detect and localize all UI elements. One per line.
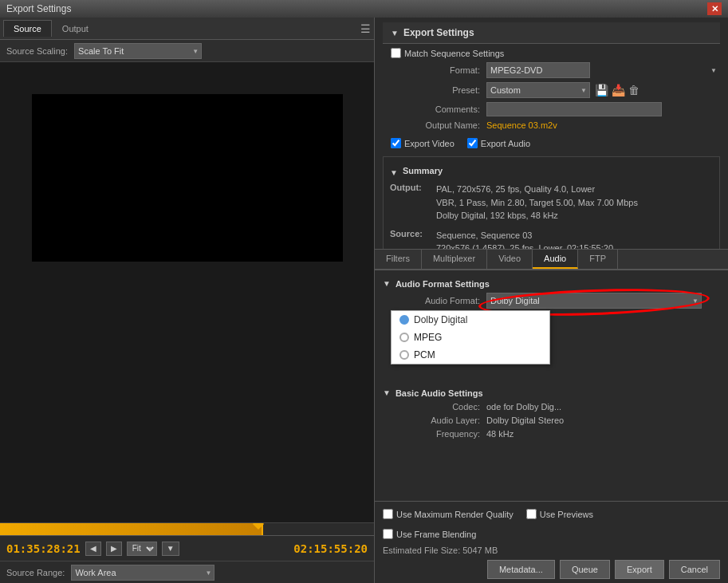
summary-source-label: Source: xyxy=(390,229,434,238)
export-audio-row: Export Audio xyxy=(467,138,530,148)
format-row: Format: MPEG2-DVD xyxy=(383,62,720,78)
timecode-start: 01:35:28:21 xyxy=(6,542,81,555)
close-button[interactable]: ✕ xyxy=(707,2,722,15)
bottom-checkboxes: Use Maximum Render Quality Use Previews xyxy=(383,506,720,522)
frequency-row: Frequency: 48 kHz xyxy=(383,429,720,439)
format-label: Format: xyxy=(383,65,486,75)
summary-triangle[interactable]: ▼ xyxy=(390,168,398,177)
cancel-button[interactable]: Cancel xyxy=(669,560,720,579)
export-settings-header: ▼ Export Settings xyxy=(383,22,720,44)
dropdown-item-dolby-digital[interactable]: Dolby Digital xyxy=(392,311,549,329)
source-range-wrapper: Work Area xyxy=(71,565,214,581)
frequency-value: 48 kHz xyxy=(486,429,514,439)
preset-select[interactable]: Custom xyxy=(486,82,590,98)
codec-value: ode for Dolby Dig... xyxy=(486,402,561,412)
next-frame-button[interactable]: ▶ xyxy=(106,542,122,556)
summary-section: ▼ Summary Output: PAL, 720x576, 25 fps, … xyxy=(383,156,720,249)
tab-ftp[interactable]: FTP xyxy=(578,250,618,269)
export-video-checkbox[interactable] xyxy=(391,138,401,148)
left-panel: Source Output ☰ Source Scaling: Scale To… xyxy=(0,18,375,583)
radio-dolby-icon xyxy=(399,315,409,325)
source-scaling-wrapper: Scale To Fit xyxy=(74,43,202,59)
frame-blending-label: Use Frame Blending xyxy=(396,530,476,539)
use-previews-checkbox[interactable] xyxy=(526,509,537,519)
dropdown-label-mpeg: MPEG xyxy=(414,332,442,343)
export-audio-checkbox[interactable] xyxy=(467,138,478,148)
codec-label: Codec: xyxy=(383,402,486,412)
fit-dropdown-button[interactable]: ▼ xyxy=(162,542,179,556)
tab-output[interactable]: Output xyxy=(52,20,99,37)
audio-format-title: Audio Format Settings xyxy=(395,279,490,289)
summary-source-row: Source: Sequence, Sequence 03 720x576 (1… xyxy=(390,229,713,249)
save-preset-icon[interactable]: 💾 xyxy=(595,84,608,97)
preset-label: Preset: xyxy=(383,85,486,95)
title-bar: Export Settings ✕ xyxy=(0,0,728,18)
dropdown-label-dolby: Dolby Digital xyxy=(414,314,467,325)
tab-multiplexer[interactable]: Multiplexer xyxy=(422,250,487,269)
dropdown-label-pcm: PCM xyxy=(414,349,435,360)
export-video-row: Export Video xyxy=(391,138,455,148)
tab-filters[interactable]: Filters xyxy=(375,250,422,269)
basic-audio-title: Basic Audio Settings xyxy=(395,388,483,398)
left-tab-bar: Source Output ☰ xyxy=(0,18,374,40)
comments-input[interactable] xyxy=(486,102,662,116)
summary-output-text: PAL, 720x576, 25 fps, Quality 4.0, Lower… xyxy=(436,183,713,223)
audio-layer-label: Audio Layer: xyxy=(383,416,486,425)
basic-audio-section: ▼ Basic Audio Settings Codec: ode for Do… xyxy=(383,388,720,439)
preview-area xyxy=(0,62,374,522)
comments-label: Comments: xyxy=(383,104,486,114)
timeline-fill xyxy=(0,523,262,535)
output-name-link[interactable]: Sequence 03.m2v xyxy=(486,120,557,130)
basic-audio-triangle[interactable]: ▼ xyxy=(383,388,391,397)
queue-button[interactable]: Queue xyxy=(560,560,610,579)
tab-audio[interactable]: Audio xyxy=(533,250,578,269)
summary-output-label: Output: xyxy=(390,183,434,192)
summary-output-row: Output: PAL, 720x576, 25 fps, Quality 4.… xyxy=(390,183,713,226)
metadata-button[interactable]: Metadata... xyxy=(487,560,555,579)
dropdown-item-mpeg[interactable]: MPEG xyxy=(392,329,549,346)
fit-select[interactable]: Fit xyxy=(127,542,157,556)
match-sequence-checkbox[interactable] xyxy=(391,48,401,58)
source-scaling-label: Source Scaling: xyxy=(6,46,68,56)
preset-select-wrapper: Custom xyxy=(486,82,590,98)
timeline-controls: 01:35:28:21 ◀ ▶ Fit ▼ 02:15:55:20 xyxy=(0,535,374,561)
tab-menu-icon[interactable]: ☰ xyxy=(360,22,371,35)
right-scroll-area: ▼ Export Settings Match Sequence Setting… xyxy=(375,18,728,249)
frequency-label: Frequency: xyxy=(383,429,486,439)
audio-format-dropdown: Dolby Digital MPEG PCM xyxy=(391,310,550,364)
tab-source[interactable]: Source xyxy=(3,20,52,37)
use-previews-label: Use Previews xyxy=(540,510,593,519)
delete-preset-icon[interactable]: 🗑 xyxy=(628,84,639,97)
tab-video[interactable]: Video xyxy=(487,250,533,269)
source-scaling-row: Source Scaling: Scale To Fit xyxy=(0,40,374,62)
format-select[interactable]: MPEG2-DVD xyxy=(486,62,590,78)
timeline-bar[interactable] xyxy=(0,522,374,535)
timecode-end: 02:15:55:20 xyxy=(293,542,368,555)
max-render-quality-checkbox[interactable] xyxy=(383,509,393,519)
match-sequence-row: Match Sequence Settings xyxy=(391,48,720,58)
file-size-text: Estimated File Size: 5047 MB xyxy=(383,546,498,555)
title-bar-title: Export Settings xyxy=(6,3,71,14)
preset-row: Preset: Custom 💾 📥 🗑 xyxy=(383,82,720,98)
comments-row: Comments: xyxy=(383,102,720,116)
max-render-quality-label: Use Maximum Render Quality xyxy=(396,510,514,519)
prev-frame-button[interactable]: ◀ xyxy=(85,542,101,556)
frame-blending-checkbox[interactable] xyxy=(383,529,393,539)
source-scaling-select[interactable]: Scale To Fit xyxy=(74,43,202,59)
export-button[interactable]: Export xyxy=(615,560,664,579)
export-options-row: Export Video Export Audio xyxy=(391,135,720,152)
max-render-quality-row: Use Maximum Render Quality xyxy=(383,509,514,519)
action-buttons: Metadata... Queue Export Cancel xyxy=(383,560,720,579)
import-preset-icon[interactable]: 📥 xyxy=(612,84,625,97)
audio-format-select[interactable]: Dolby Digital xyxy=(486,293,702,309)
source-range-select[interactable]: Work Area xyxy=(71,565,214,581)
export-settings-triangle[interactable]: ▼ xyxy=(391,29,399,37)
audio-format-settings-header: ▼ Audio Format Settings xyxy=(383,279,720,289)
dropdown-item-pcm[interactable]: PCM xyxy=(392,346,549,364)
panel-tabs: Filters Multiplexer Video Audio FTP xyxy=(375,249,728,270)
basic-audio-header: ▼ Basic Audio Settings xyxy=(383,388,720,398)
export-audio-label: Export Audio xyxy=(481,139,530,148)
audio-format-triangle[interactable]: ▼ xyxy=(383,279,391,288)
summary-header: ▼ Summary xyxy=(390,166,713,179)
output-name-label: Output Name: xyxy=(383,120,486,130)
